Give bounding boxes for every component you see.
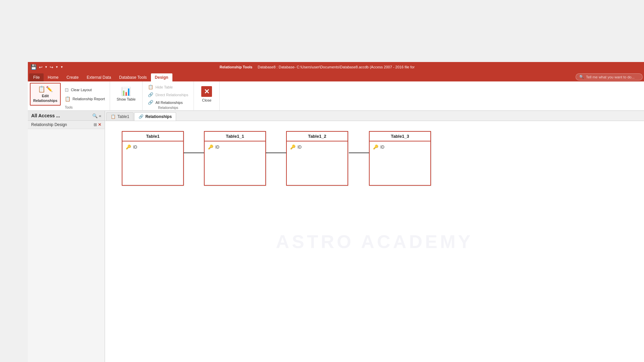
tab-create[interactable]: Create [62, 73, 83, 81]
tell-me-label: Tell me what you want to do... [586, 75, 635, 79]
direct-relationships-button[interactable]: 🔗 Direct Relationships [145, 91, 191, 98]
show-table-label: Show Table [117, 97, 136, 102]
undo-button[interactable]: ↩ [39, 65, 43, 70]
clear-layout-button[interactable]: ⊡ Clear Layout [62, 86, 108, 94]
relationship-canvas: ASTRO ACADEMY Table1 [105, 121, 644, 362]
save-icon[interactable]: 💾 [31, 64, 37, 70]
hide-table-label: Hide Table [155, 85, 173, 89]
redo-button[interactable]: ↪ [50, 65, 53, 70]
table1-2-body: 🔑 ID [287, 141, 347, 185]
sidebar-header: All Access ... 🔍 « [28, 111, 105, 121]
relationships-group: 📋 Hide Table 🔗 Direct Relationships 🔗 Al… [143, 81, 194, 110]
table1-1-key-icon: 🔑 [208, 144, 213, 149]
tell-me-box[interactable]: 🔍 Tell me what you want to do... [576, 73, 643, 80]
tab-file[interactable]: File [29, 73, 44, 81]
table-table1-1: Table1_1 🔑 ID [204, 131, 266, 186]
tab-database-tools[interactable]: Database Tools [115, 73, 151, 81]
table1-key-icon: 🔑 [126, 144, 131, 149]
title-bar: 💾 ↩ ▼ ↪ ▼ ▼ Relationship Tools Database8… [28, 62, 644, 72]
quick-access-dropdown[interactable]: ▼ [60, 65, 63, 69]
ribbon-content: 📋 ✏️ Edit Relationships ⊡ Clear Layout 📋… [28, 81, 644, 111]
table1-3-row-id: 🔑 ID [372, 143, 428, 150]
show-table-icon: 📊 [121, 87, 131, 96]
table-table1: Table1 🔑 ID [122, 131, 184, 186]
tab-home[interactable]: Home [44, 73, 62, 81]
relationships-group-label: Relationships [158, 106, 178, 111]
all-rel-icon: 🔗 [148, 100, 153, 105]
right-panel: 📋 Table1 🔗 Relationships ASTRO ACADEMY [105, 111, 644, 362]
clear-layout-icon: ⊡ [65, 87, 69, 93]
search-icon: 🔍 [579, 75, 584, 79]
relationship-report-button[interactable]: 📋 Relationship Report [62, 95, 108, 103]
direct-rel-icon: 🔗 [148, 92, 153, 97]
watermark: ASTRO ACADEMY [276, 231, 473, 252]
ribbon-tabs-row: File Home Create External Data Database … [28, 72, 644, 81]
sidebar-title: All Access ... [31, 113, 60, 118]
show-table-group: 📊 Show Table · [110, 81, 143, 110]
close-label: Close [202, 98, 211, 102]
close-icon: ✕ [201, 86, 212, 97]
edit-relationships-button[interactable]: 📋 ✏️ Edit Relationships [30, 83, 61, 106]
table1-tab-icon: 📋 [111, 114, 116, 119]
table1-body: 🔑 ID [122, 141, 183, 185]
hide-table-button[interactable]: 📋 Hide Table [145, 83, 191, 90]
relationship-report-label: Relationship Report [72, 97, 105, 101]
rel-report-icon: 📋 [65, 96, 70, 102]
table1-1-id-field: ID [215, 145, 219, 149]
direct-relationships-label: Direct Relationships [155, 93, 188, 97]
relationships-tab-label: Relationships [145, 114, 172, 119]
table1-3-id-field: ID [380, 145, 384, 149]
rel-tab-icon: 🔗 [139, 114, 144, 119]
table1-3-body: 🔑 ID [370, 141, 430, 185]
table1-2-header: Table1_2 [287, 132, 347, 141]
db-title: Database8 : Database- C:\Users\user\Docu… [258, 65, 415, 69]
table1-1-header: Table1_1 [205, 132, 265, 141]
redo-dropdown[interactable]: ▼ [55, 65, 58, 69]
sidebar-collapse-icon[interactable]: « [99, 113, 101, 118]
sidebar: All Access ... 🔍 « Relationship Design ⊞… [28, 111, 105, 362]
sidebar-close-icon[interactable]: ✕ [98, 122, 101, 127]
table1-2-row-id: 🔑 ID [289, 143, 345, 150]
table1-3-key-icon: 🔑 [373, 144, 378, 149]
table1-1-row-id: 🔑 ID [207, 143, 263, 150]
all-relationships-label: All Relationships [155, 101, 182, 105]
main-area: All Access ... 🔍 « Relationship Design ⊞… [28, 111, 644, 362]
table-table1-3: Table1_3 🔑 ID [369, 131, 431, 186]
doc-tabs: 📋 Table1 🔗 Relationships [105, 111, 644, 121]
doc-tab-relationships[interactable]: 🔗 Relationships [134, 112, 176, 121]
show-table-button[interactable]: 📊 Show Table [113, 83, 139, 106]
doc-tab-table1[interactable]: 📋 Table1 [106, 112, 133, 121]
tools-group-label: Tools [65, 106, 72, 110]
table1-tab-label: Table1 [117, 114, 129, 119]
tab-design[interactable]: Design [151, 73, 172, 81]
sidebar-section-title: Relationship Design [31, 122, 67, 127]
table1-2-key-icon: 🔑 [290, 144, 296, 149]
edit-rel-table-icon: 📋 [38, 85, 45, 93]
table1-2-id-field: ID [298, 145, 302, 149]
sidebar-search-icon[interactable]: 🔍 [92, 113, 98, 118]
table1-3-header: Table1_3 [370, 132, 430, 141]
tab-external-data[interactable]: External Data [83, 73, 115, 81]
close-group: ✕ Close · [194, 81, 220, 110]
table1-1-body: 🔑 ID [205, 141, 265, 185]
hide-table-icon: 📋 [148, 84, 153, 89]
tools-group: 📋 ✏️ Edit Relationships ⊡ Clear Layout 📋… [28, 81, 110, 110]
rel-tools-label: Relationship Tools [220, 65, 253, 69]
clear-layout-label: Clear Layout [71, 88, 92, 92]
undo-dropdown[interactable]: ▼ [45, 65, 48, 69]
sidebar-filter-icon[interactable]: ⊞ [94, 122, 97, 127]
all-relationships-button[interactable]: 🔗 All Relationships [145, 99, 191, 106]
edit-rel-pencil-icon: ✏️ [46, 86, 53, 92]
table1-row-id: 🔑 ID [125, 143, 180, 150]
table1-header: Table1 [122, 132, 183, 141]
table-table1-2: Table1_2 🔑 ID [286, 131, 348, 186]
edit-relationships-label: Edit Relationships [33, 94, 57, 103]
table1-id-field: ID [133, 145, 137, 149]
sidebar-section-header: Relationship Design ⊞ ✕ [28, 121, 105, 129]
close-button[interactable]: ✕ Close [198, 83, 215, 106]
